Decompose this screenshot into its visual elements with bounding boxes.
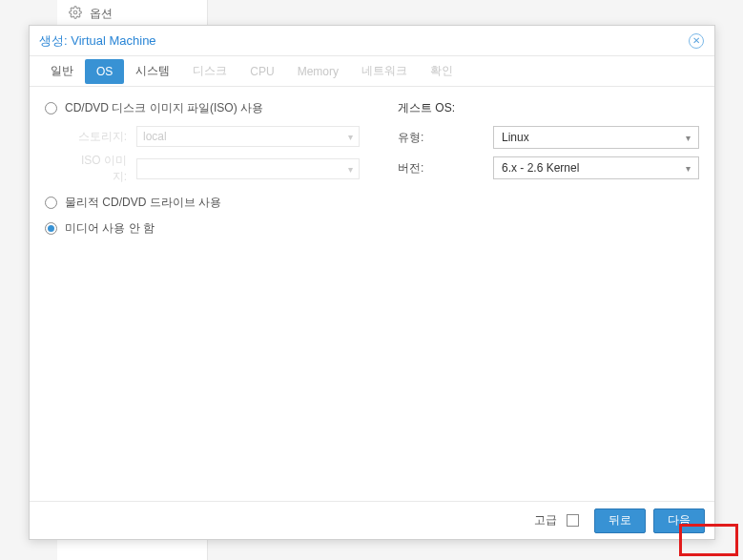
iso-image-label: ISO 이미지: bbox=[68, 153, 136, 185]
advanced-label: 고급 bbox=[534, 512, 557, 529]
next-button[interactable]: 다음 bbox=[653, 508, 705, 533]
create-vm-dialog: 생성: Virtual Machine ✕ 일반 OS 시스템 디스크 CPU … bbox=[29, 25, 715, 540]
guest-version-select[interactable]: 6.x - 2.6 Kernel ▾ bbox=[493, 156, 699, 179]
storage-label: 스토리지: bbox=[68, 129, 136, 145]
radio-none-row[interactable]: 미디어 사용 안 함 bbox=[45, 220, 360, 237]
back-button[interactable]: 뒤로 bbox=[594, 508, 646, 533]
tab-network: 네트워크 bbox=[350, 57, 419, 85]
radio-iso[interactable] bbox=[45, 102, 57, 114]
radio-iso-label: CD/DVD 디스크 이미지 파일(ISO) 사용 bbox=[65, 100, 263, 116]
dialog-body: CD/DVD 디스크 이미지 파일(ISO) 사용 스토리지: local ▾ … bbox=[30, 87, 714, 501]
guest-version-value: 6.x - 2.6 Kernel bbox=[502, 161, 579, 175]
tab-general[interactable]: 일반 bbox=[39, 57, 85, 85]
tab-memory: Memory bbox=[286, 59, 350, 84]
radio-none[interactable] bbox=[45, 222, 57, 235]
tab-system[interactable]: 시스템 bbox=[124, 57, 181, 85]
radio-none-label: 미디어 사용 안 함 bbox=[65, 220, 155, 237]
media-column: CD/DVD 디스크 이미지 파일(ISO) 사용 스토리지: local ▾ … bbox=[45, 100, 360, 487]
guest-type-value: Linux bbox=[502, 131, 529, 144]
iso-image-select: ▾ bbox=[136, 158, 360, 179]
guest-os-title: 게스트 OS: bbox=[398, 100, 699, 116]
storage-value: local bbox=[143, 130, 167, 143]
radio-physical[interactable] bbox=[45, 197, 57, 209]
chevron-down-icon: ▾ bbox=[686, 163, 691, 174]
dialog-footer: 고급 뒤로 다음 bbox=[30, 501, 714, 539]
iso-subfields: 스토리지: local ▾ ISO 이미지: ▾ bbox=[68, 126, 360, 185]
tab-disk: 디스크 bbox=[181, 57, 238, 85]
radio-iso-row[interactable]: CD/DVD 디스크 이미지 파일(ISO) 사용 bbox=[45, 100, 360, 116]
chevron-down-icon: ▾ bbox=[348, 132, 353, 142]
sidebar-item-options[interactable]: 옵션 bbox=[69, 6, 113, 22]
guest-os-column: 게스트 OS: 유형: Linux ▾ 버전: 6.x - 2.6 Kernel… bbox=[398, 100, 699, 487]
tab-cpu: CPU bbox=[238, 59, 285, 84]
svg-point-0 bbox=[73, 10, 77, 14]
advanced-checkbox[interactable] bbox=[567, 514, 579, 527]
storage-select: local ▾ bbox=[136, 126, 360, 147]
guest-type-label: 유형: bbox=[398, 130, 493, 146]
radio-physical-label: 물리적 CD/DVD 드라이브 사용 bbox=[65, 195, 221, 211]
close-icon: ✕ bbox=[689, 33, 704, 49]
chevron-down-icon: ▾ bbox=[686, 133, 691, 143]
chevron-down-icon: ▾ bbox=[348, 164, 353, 175]
dialog-title: 생성: Virtual Machine bbox=[39, 32, 156, 50]
wizard-tabs: 일반 OS 시스템 디스크 CPU Memory 네트워크 확인 bbox=[30, 56, 714, 87]
guest-type-select[interactable]: Linux ▾ bbox=[493, 126, 699, 149]
close-button[interactable]: ✕ bbox=[688, 32, 705, 50]
sidebar-item-label: 옵션 bbox=[90, 6, 113, 22]
radio-physical-row[interactable]: 물리적 CD/DVD 드라이브 사용 bbox=[45, 195, 360, 211]
guest-version-label: 버전: bbox=[398, 160, 493, 176]
gear-icon bbox=[69, 6, 82, 22]
tab-confirm: 확인 bbox=[419, 57, 464, 85]
dialog-header: 생성: Virtual Machine ✕ bbox=[30, 26, 714, 56]
tab-os[interactable]: OS bbox=[85, 59, 124, 84]
